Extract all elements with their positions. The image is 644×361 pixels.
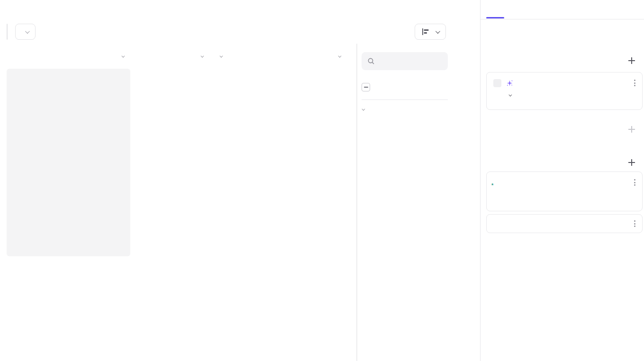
breakdown-card[interactable]: * [486,171,643,211]
chevron-down-icon [435,29,440,34]
toolbar [7,24,473,40]
query-sidebar: * [480,0,644,361]
report-type-tabs [481,19,644,40]
string-property-icon: * [493,179,503,186]
legend-divider [362,99,448,100]
date-range-group [7,24,8,40]
metric-card[interactable] [486,72,643,110]
chevron-down-icon [362,108,365,111]
event-sparkle-icon [506,79,514,87]
kebab-menu-icon[interactable] [633,219,636,228]
show-all-button[interactable] [362,108,476,111]
column-header-event[interactable] [7,55,124,58]
column-header-category[interactable] [134,55,203,58]
legend-panel [362,52,476,111]
bar-chart-icon [422,28,430,36]
indeterminate-checkbox-icon [362,83,370,91]
chevron-down-icon [200,54,204,58]
panel-divider [356,44,357,361]
chevron-down-icon [25,29,30,34]
kebab-menu-icon[interactable] [633,178,636,187]
search-icon [367,57,375,65]
event-card[interactable] [7,69,130,256]
add-metric-button[interactable] [628,57,635,64]
kebab-menu-icon[interactable] [633,79,636,87]
compare-button[interactable] [15,24,36,40]
active-tab-underline [486,17,504,18]
chevron-down-icon [338,54,341,58]
chevron-down-icon [508,93,512,97]
add-filter-button[interactable] [628,126,635,133]
add-breakdown-button[interactable] [628,159,635,166]
column-header-term[interactable] [216,55,222,58]
chevron-down-icon [219,54,223,58]
app-root: * [0,0,644,361]
metric-measure-dropdown[interactable] [505,94,511,97]
breakdown-card[interactable] [486,214,643,233]
event-overall [14,77,123,84]
string-property-icon [493,220,503,227]
chevron-down-icon [121,54,125,58]
metric-letter-badge [493,79,501,87]
select-all-checkbox[interactable] [362,83,476,91]
report-canvas [0,0,480,361]
column-header-value[interactable] [303,55,340,58]
search-input[interactable] [362,52,448,70]
chart-type-button[interactable] [415,24,446,40]
